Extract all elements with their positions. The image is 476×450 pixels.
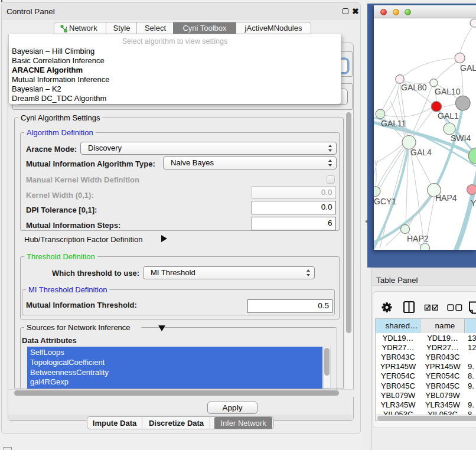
svg-text:GAL80: GAL80	[401, 83, 427, 92]
svg-text:GAL4: GAL4	[410, 148, 432, 157]
svg-text:GCY1: GCY1	[374, 197, 396, 206]
svg-text:HAP2: HAP2	[407, 234, 429, 243]
svg-text:GAL1: GAL1	[438, 111, 459, 120]
svg-text:GAL: GAL	[460, 63, 476, 73]
svg-text:GAL11: GAL11	[381, 119, 406, 128]
svg-text:GAL10: GAL10	[435, 87, 461, 96]
svg-text:YM: YM	[471, 198, 476, 208]
svg-text:HAP4: HAP4	[435, 193, 457, 203]
svg-text:SWI4: SWI4	[451, 133, 471, 143]
